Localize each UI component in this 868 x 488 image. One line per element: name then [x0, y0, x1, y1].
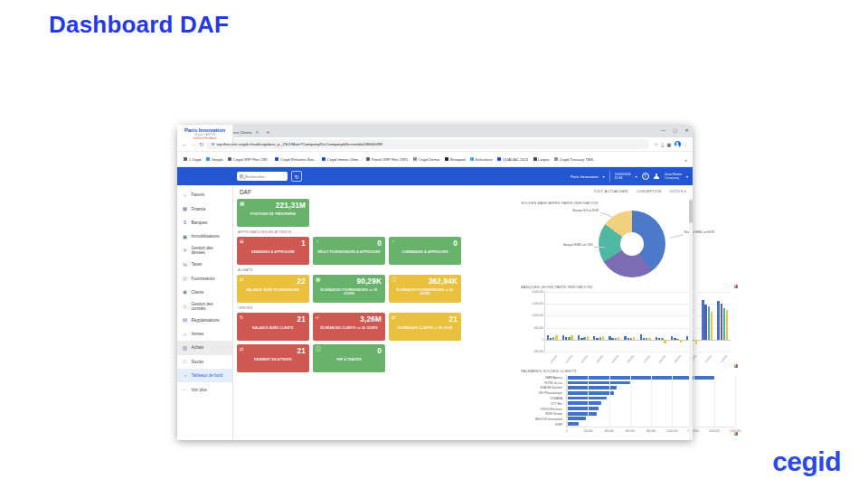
sidebar-item[interactable]: ▣ Immobilisations: [177, 230, 232, 243]
bank-bar[interactable]: [723, 308, 725, 340]
sidebar-item[interactable]: ¥ Gestion des devises: [177, 244, 232, 258]
tab-close-icon[interactable]: ✕: [256, 130, 259, 135]
chevron-down-icon[interactable]: ▾: [686, 174, 688, 179]
bank-donut[interactable]: [599, 211, 665, 277]
bank-bar[interactable]: [664, 340, 665, 343]
bank-bar[interactable]: [611, 338, 613, 340]
bank-bar[interactable]: [726, 310, 728, 340]
bookmark-item[interactable]: Cegid Relations Ban...: [275, 157, 316, 162]
bank-bar[interactable]: [671, 336, 673, 340]
sidebar-item[interactable]: ☆ Favoris: [177, 188, 232, 202]
bank-bar[interactable]: [578, 335, 580, 340]
bank-bar[interactable]: [633, 337, 635, 339]
browser-menu-icon[interactable]: ⋮: [684, 142, 689, 147]
chevron-down-icon[interactable]: ▾: [603, 174, 605, 179]
sidebar-item[interactable]: ▤ Régularisations: [177, 314, 232, 327]
sidebar-item[interactable]: ◔ Tableaux de bord: [177, 369, 232, 382]
bank-bar[interactable]: [640, 334, 642, 340]
side-panel-icon[interactable]: ▯: [661, 142, 664, 147]
sidebar-item[interactable]: ▱ Ventes: [177, 327, 232, 341]
bank-bar[interactable]: [596, 338, 598, 340]
global-search[interactable]: [237, 172, 288, 181]
help-icon[interactable]: ?: [642, 173, 649, 180]
bookmark-item[interactable]: Showpad: [445, 157, 466, 162]
kpi-tile[interactable]: ⇄ 21 PAIEMENT EN ATTENTE: [237, 344, 309, 372]
chart-widget-icon[interactable]: [734, 364, 739, 369]
kpi-tile[interactable]: ⇄ 22 BALANCE ÂGÉE FOURNISSEURS: [237, 275, 309, 303]
bookmark-item[interactable]: Loopio: [533, 157, 550, 162]
sidebar-item[interactable]: ◎ Fournisseurs: [177, 271, 232, 285]
bank-bar[interactable]: [704, 305, 706, 340]
bank-bar[interactable]: [627, 338, 629, 340]
kpi-tile[interactable]: ‹› 3,26M ÉCHÉANCES CLIENTS <= 30 JOURS: [313, 313, 385, 341]
bank-bar[interactable]: [602, 336, 604, 340]
bank-bar[interactable]: [674, 338, 675, 339]
sidebar-item[interactable]: □ Stocks: [177, 355, 232, 369]
content-scrollbar[interactable]: [689, 198, 693, 440]
client-balance-bar[interactable]: [567, 422, 579, 426]
client-balance-bar[interactable]: [567, 391, 614, 395]
sidebar-item[interactable]: ▥ Achats: [177, 341, 232, 354]
bank-bar[interactable]: [550, 338, 552, 340]
bank-bar[interactable]: [702, 300, 703, 340]
sidebar-item[interactable]: % Taxes: [177, 258, 232, 271]
extensions-icon[interactable]: ▣: [666, 142, 671, 147]
sidebar-item[interactable]: ▦ Finance: [177, 202, 232, 215]
user-menu[interactable]: Jean Rome Company: [665, 173, 682, 181]
bookmark-star-icon[interactable]: ☆: [654, 142, 658, 147]
bookmark-item[interactable]: QUALIAC 2023: [497, 157, 528, 162]
brand-box[interactable]: Paris Innovation Groupe CANTON InfoDesk …: [177, 125, 233, 143]
bookmark-item[interactable]: Cegid Treasury TMS...: [554, 157, 596, 162]
kpi-tile[interactable]: ⇄ 21 ÉCHÉANCES CLIENTS <= 90 JOUR: [389, 313, 461, 341]
kpi-tile[interactable]: ⓘ 362,94K ÉCHÉANCES FOURNISSEURS <= 60 J…: [389, 275, 461, 303]
design-button[interactable]: CONCEPTION: [637, 190, 662, 193]
sidebar-item[interactable]: ◉ Clients: [177, 286, 232, 299]
kpi-tile[interactable]: ◔ 0 COMMANDES À APPROUVER: [389, 237, 461, 265]
kpi-tile-treasury[interactable]: ▦ 221,31M POSITIONS DE TRÉSORERIE: [237, 199, 309, 227]
bank-bar[interactable]: [571, 335, 572, 340]
bank-bar[interactable]: [562, 335, 564, 339]
company-selector[interactable]: Paris Innovation: [571, 174, 599, 179]
chart-widget-icon[interactable]: [734, 432, 739, 436]
bank-bar[interactable]: [676, 339, 678, 340]
refresh-all-button[interactable]: TOUT ACTUALISER: [593, 190, 627, 193]
bank-bar[interactable]: [708, 306, 710, 339]
business-date[interactable]: 15/02/2024 11:58: [615, 173, 631, 180]
maximize-button[interactable]: ▢: [669, 125, 681, 135]
bank-bar[interactable]: [593, 336, 595, 340]
sidebar-item[interactable]: ◇ Gestion des contrats: [177, 299, 232, 313]
bank-bar[interactable]: [656, 337, 657, 340]
bookmark-item[interactable]: 1 Cegid: [184, 157, 202, 162]
profile-avatar[interactable]: [675, 141, 681, 147]
bank-bar[interactable]: [630, 338, 632, 340]
close-button[interactable]: ✕: [681, 125, 693, 135]
url-bar[interactable]: ⚙ xrp-flex-inte.cegid.cloud/cegidavv_jc_…: [206, 139, 649, 149]
kpi-tile[interactable]: ⊞ 1 DEMANDES À APPROUVER: [237, 237, 309, 265]
bank-bar[interactable]: [711, 312, 712, 340]
bookmark-item[interactable]: Portail XRP Flex 23R1: [366, 157, 408, 162]
bank-bar[interactable]: [565, 337, 567, 339]
new-tab-button[interactable]: +: [266, 129, 269, 135]
bank-bar[interactable]: [717, 301, 719, 340]
bank-bar[interactable]: [547, 335, 549, 340]
bank-bar[interactable]: [658, 338, 660, 340]
bank-bar[interactable]: [615, 338, 617, 340]
client-balance-bar[interactable]: [567, 397, 607, 400]
client-balance-bar[interactable]: [567, 412, 597, 416]
client-balance-bar[interactable]: [567, 401, 601, 405]
bank-bar[interactable]: [695, 340, 697, 344]
search-input[interactable]: [245, 174, 285, 179]
bookmarks-overflow-icon[interactable]: »: [684, 157, 687, 163]
kpi-tile[interactable]: ↻ 21 BALANCE ÂGÉE CLIENTS: [237, 313, 309, 341]
refresh-icon[interactable]: ↻: [291, 171, 302, 182]
bank-bar[interactable]: [552, 337, 554, 340]
brand-link[interactable]: InfoDesk Feedback: [177, 136, 232, 140]
client-balance-bar[interactable]: [567, 417, 586, 420]
bank-bar[interactable]: [583, 337, 585, 340]
bank-bar[interactable]: [618, 337, 619, 340]
bookmark-item[interactable]: Cegid Immos Ultim...: [322, 157, 362, 162]
bank-bar[interactable]: [643, 338, 645, 339]
bookmark-item[interactable]: Google: [206, 157, 223, 162]
bank-bar[interactable]: [587, 336, 589, 340]
chevron-down-icon[interactable]: ▾: [636, 174, 637, 179]
